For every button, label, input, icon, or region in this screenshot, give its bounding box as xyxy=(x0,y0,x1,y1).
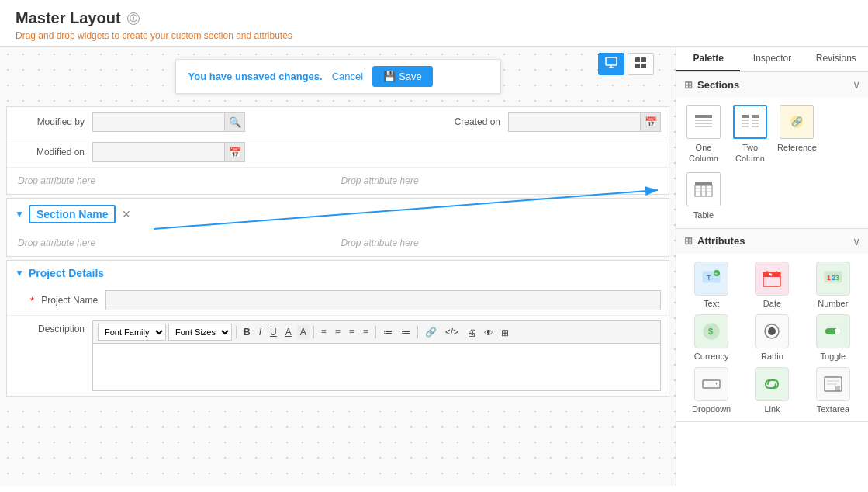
page-subtitle: Drag and drop widgets to create your cus… xyxy=(16,30,852,41)
project-details-header: ▼ Project Details xyxy=(7,261,669,286)
textarea-attribute-item[interactable]: Textarea xyxy=(806,367,860,414)
modified-on-input-group: 📅 xyxy=(92,142,245,162)
created-on-calendar-icon[interactable]: 📅 xyxy=(641,112,661,132)
currency-svg: $ xyxy=(700,320,723,343)
font-size-select[interactable]: Font Sizes xyxy=(168,324,232,341)
font-family-select[interactable]: Font Family xyxy=(98,324,166,341)
editor-toolbar: Font Family Font Sizes B I U A A xyxy=(93,321,660,344)
created-on-input-group: 📅 xyxy=(508,112,661,132)
created-on-input[interactable] xyxy=(508,112,641,132)
one-column-item[interactable]: OneColumn xyxy=(684,105,723,165)
grid-icon xyxy=(635,57,647,69)
one-column-svg xyxy=(693,111,714,133)
table-item[interactable]: Table xyxy=(684,172,723,220)
bold-button[interactable]: B xyxy=(240,325,254,339)
section-drop-zone-row: Drop attribute here Drop attribute here xyxy=(7,230,669,256)
font-color-button[interactable]: A xyxy=(282,325,295,339)
bg-color-button[interactable]: A xyxy=(297,325,310,339)
underline-button[interactable]: U xyxy=(267,325,280,339)
toggle-attribute-item[interactable]: Toggle xyxy=(806,314,860,361)
link-svg xyxy=(760,372,783,396)
project-name-label: Project Name xyxy=(36,295,105,306)
text-attribute-icon: T + xyxy=(694,262,728,296)
modified-on-calendar-icon[interactable]: 📅 xyxy=(225,142,245,162)
grid-view-button[interactable] xyxy=(628,53,654,75)
save-button[interactable]: 💾 Save xyxy=(372,66,433,87)
align-justify-button[interactable]: ≡ xyxy=(360,325,372,339)
number-svg: 1 2 3 xyxy=(821,267,845,290)
currency-attribute-label: Currency xyxy=(694,352,729,361)
two-column-item[interactable]: TwoColumn xyxy=(731,105,769,165)
table-button[interactable]: ⊞ xyxy=(498,326,512,340)
textarea-svg xyxy=(821,372,845,396)
align-left-button[interactable]: ≡ xyxy=(318,325,330,339)
text-attribute-item[interactable]: T + Text xyxy=(684,262,738,308)
unsaved-changes-bar: You have unsaved changes. Cancel 💾 Save xyxy=(175,59,501,94)
radio-svg xyxy=(760,320,783,343)
toolbar-row2: 🖨 👁 ⊞ xyxy=(464,326,512,340)
rich-text-editor: Font Family Font Sizes B I U A A xyxy=(92,320,661,391)
bullet-list-button[interactable]: ≔ xyxy=(380,325,396,339)
two-column-icon xyxy=(733,105,767,139)
view-toggle-button[interactable]: 👁 xyxy=(481,326,496,340)
dropdown-svg xyxy=(700,372,723,396)
palette-tab[interactable]: Palette xyxy=(676,47,740,71)
align-center-button[interactable]: ≡ xyxy=(332,325,344,339)
reference-item[interactable]: 🔗 Reference xyxy=(777,105,817,165)
attributes-collapse-icon[interactable]: ∨ xyxy=(852,235,860,248)
toolbar-separator-3 xyxy=(375,326,376,338)
canvas-wrapper: You have unsaved changes. Cancel 💾 Save xyxy=(0,47,676,486)
canvas-area: You have unsaved changes. Cancel 💾 Save xyxy=(0,47,676,486)
section-toggle-icon[interactable]: ▼ xyxy=(15,209,24,220)
toolbar-separator-2 xyxy=(313,326,314,338)
number-attribute-item[interactable]: 1 2 3 Number xyxy=(806,262,860,308)
radio-attribute-item[interactable]: Radio xyxy=(745,314,799,361)
project-name-row: * Project Name xyxy=(7,286,669,316)
dropdown-attribute-item[interactable]: Dropdown xyxy=(684,367,738,414)
svg-rect-11 xyxy=(695,123,712,124)
svg-point-45 xyxy=(768,327,776,335)
info-icon[interactable]: ⓘ xyxy=(127,12,140,25)
svg-rect-3 xyxy=(635,57,640,62)
editor-body[interactable] xyxy=(93,344,660,390)
align-right-button[interactable]: ≡ xyxy=(346,325,358,339)
section-drop-left: Drop attribute here xyxy=(15,234,338,251)
date-attribute-item[interactable]: ⚑ Date xyxy=(745,262,799,308)
sections-collapse-icon[interactable]: ∨ xyxy=(852,78,860,91)
page-header: Master Layout ⓘ Drag and drop widgets to… xyxy=(0,0,868,47)
desktop-view-button[interactable] xyxy=(598,53,624,75)
italic-button[interactable]: I xyxy=(256,325,265,339)
code-button[interactable]: </> xyxy=(442,325,462,339)
drop-zone-left: Drop attribute here xyxy=(15,172,338,189)
modified-by-input[interactable] xyxy=(92,112,225,132)
project-details-toggle-icon[interactable]: ▼ xyxy=(15,268,24,279)
link-button[interactable]: 🔗 xyxy=(422,325,440,339)
svg-rect-19 xyxy=(742,126,749,127)
project-name-input[interactable] xyxy=(105,290,661,310)
svg-rect-20 xyxy=(752,126,759,127)
svg-rect-14 xyxy=(752,115,759,118)
modified-on-input[interactable] xyxy=(92,142,225,162)
number-list-button[interactable]: ≔ xyxy=(398,325,413,339)
unsaved-message: You have unsaved changes. xyxy=(188,71,323,82)
svg-rect-12 xyxy=(695,126,712,127)
inspector-tab[interactable]: Inspector xyxy=(740,47,804,71)
created-on-label: Created on xyxy=(431,116,508,127)
attributes-group-header[interactable]: ⊞ Attributes ∨ xyxy=(676,229,868,254)
required-star: * xyxy=(30,295,34,307)
section-title[interactable]: Section Name xyxy=(29,205,116,223)
svg-point-47 xyxy=(835,328,841,334)
currency-attribute-item[interactable]: $ Currency xyxy=(684,314,738,361)
section-close-icon[interactable]: ✕ xyxy=(122,208,131,220)
cancel-link[interactable]: Cancel xyxy=(332,71,363,82)
modified-by-search-icon[interactable]: 🔍 xyxy=(225,112,245,132)
textarea-attribute-label: Textarea xyxy=(817,404,849,414)
svg-marker-49 xyxy=(715,383,718,385)
link-attribute-icon xyxy=(755,367,789,401)
link-attribute-item[interactable]: Link xyxy=(745,367,799,414)
revisions-tab[interactable]: Revisions xyxy=(804,47,868,71)
text-attribute-label: Text xyxy=(704,299,719,308)
print-button[interactable]: 🖨 xyxy=(464,326,479,340)
svg-text:⚑: ⚑ xyxy=(768,272,773,278)
sections-group-header[interactable]: ⊞ Sections ∨ xyxy=(676,72,868,97)
